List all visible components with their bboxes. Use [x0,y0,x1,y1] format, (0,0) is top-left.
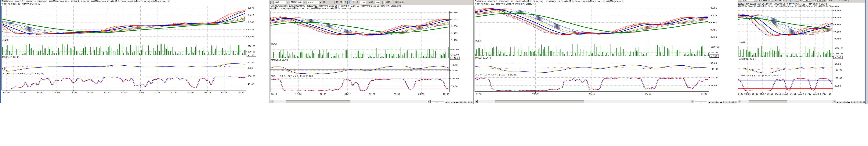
nav-button[interactable]: − [450,101,453,103]
nav-button[interactable]: ◀ [708,101,711,103]
price-axis-label: 9,670 [248,7,254,9]
apply-button[interactable]: 適用 [384,1,392,4]
spinner-icon[interactable]: ▲▼ [332,1,334,4]
x-axis-label: 01:20 [205,91,211,94]
nav-button[interactable]: L [853,101,856,103]
chevron-down-icon[interactable]: ▼ [271,1,274,4]
chevron-down-icon[interactable]: ▼ [286,1,289,4]
multi-symbol-button[interactable]: 複数銘柄 [837,0,848,2]
nav-button[interactable]: D [459,101,462,103]
nav-button[interactable]: D [850,101,853,103]
scrollbar-track[interactable] [478,100,691,103]
nav-button[interactable]: Q [731,101,734,103]
nav-button[interactable]: R [856,101,859,103]
scrollbar-track[interactable] [274,100,427,103]
chevron-down-icon[interactable]: ▼ [771,0,774,1]
nav-button[interactable]: R [728,101,731,103]
nav-button[interactable]: ◀ [836,101,839,103]
category-combo[interactable]: 先物▼ [274,1,289,4]
chevron-down-icon[interactable]: ▼ [303,1,306,4]
slider-thumb[interactable] [436,101,438,103]
chevron-down-icon[interactable]: ▼ [738,0,741,1]
chart-plot-area[interactable]: 9,6709,6259,5809,5359,490310.00120.0020.… [1,6,269,98]
slider-thumb[interactable] [700,101,701,103]
chart-canvas[interactable]: 9,7009,6259,5509,4759,400900.00350.0040.… [270,10,473,100]
bar-count-spinner[interactable]: 500▲▼ [374,1,383,4]
apply-button[interactable]: 適用 [828,0,835,2]
scroll-right-button[interactable]: ▶ [833,100,836,103]
scrollbar-thumb[interactable] [749,100,787,103]
symbol-combo[interactable]: 日経225mini▼ [290,1,306,4]
x-axis-label: 16:30 [782,93,788,95]
interval-button[interactable]: T [352,0,356,4]
nav-button[interactable]: ▶ [453,101,456,103]
nav-button[interactable]: ▶▶ [719,101,722,103]
price-axis-label: 9,625 [451,18,458,21]
nav-button[interactable]: L [462,101,465,103]
interval-button[interactable]: 分 [791,0,795,2]
scroll-right-button[interactable]: ▶ [428,100,431,103]
chart-canvas[interactable]: 9,8009,7009,6009,5009,4003600.001400.006… [738,8,865,100]
nav-button[interactable]: ▶▶ [847,101,850,103]
nav-button[interactable]: R [465,101,467,103]
chart-window-60min: ▼ 先物▼ 日経225mini▼ 足 日週月分T 分 15▲▼ 本数 500▲▼… [738,0,865,104]
scrollbar-track[interactable] [741,100,833,103]
nav-button[interactable]: Q [467,101,470,103]
minute-spinner[interactable]: 15▲▼ [803,0,811,1]
preset-combo[interactable]: ▼ [738,0,741,2]
interval-button[interactable]: 月 [786,0,791,2]
nav-button[interactable]: X [734,101,737,103]
chart-canvas[interactable]: 9,6709,6259,5809,5359,490310.00120.0020.… [1,6,269,98]
chart-canvas[interactable]: 9,7059,6359,5659,4959,4251800.00700.0045… [474,6,737,100]
chevron-down-icon[interactable]: ▼ [754,0,757,1]
chart-plot-area[interactable]: 9,8009,7009,6009,5009,4003600.001400.006… [738,8,865,100]
zoom-slider[interactable] [695,100,707,103]
chart-plot-area[interactable]: 9,7059,6359,5659,4959,4251800.00700.0045… [474,6,737,100]
nav-button[interactable]: ◀ [444,101,447,103]
nav-button[interactable]: Q [859,101,862,103]
nav-button[interactable]: X [862,101,865,103]
spinner-icon[interactable]: ▲▼ [823,0,826,1]
multi-symbol-button[interactable]: 複数銘柄 [394,1,405,4]
interval-button[interactable]: 月 [343,1,348,4]
symbol-combo[interactable]: 日経225mini▼ [758,0,774,2]
nav-button[interactable]: ▶▶ [456,101,459,103]
interval-button[interactable]: 週 [339,1,343,4]
nav-button[interactable]: + [447,101,450,103]
preset-combo[interactable]: ▼ [270,1,274,4]
nav-button[interactable]: − [714,101,717,103]
category-combo[interactable]: 先物▼ [742,0,757,2]
zoom-slider[interactable] [432,100,444,103]
chart-plot-area[interactable]: 9,7009,6259,5509,4759,400900.00350.0040.… [270,10,473,100]
interval-button[interactable]: 日 [335,1,339,4]
spinner-icon[interactable]: ▲▼ [809,0,811,1]
bar-count-spinner[interactable]: 500▲▼ [817,0,826,1]
scroll-right-button[interactable]: ▶ [691,100,694,103]
day-count-spinner[interactable]: 1▲▼ [326,1,335,4]
nav-button[interactable]: + [839,101,842,103]
interval-button[interactable]: 日 [778,0,782,2]
scrollbar-thumb[interactable] [495,100,584,103]
x-axis-label: 04/12 [345,93,351,95]
interval-button[interactable]: 分 [348,1,352,4]
volume-axis-label: 900.00 [451,48,459,51]
nav-button[interactable]: X [470,101,473,103]
scroll-left-button[interactable]: ◀ [270,100,273,103]
scroll-left-button[interactable]: ◀ [474,100,477,103]
interval-button[interactable]: T [795,0,799,2]
x-axis-label: 16:30 [752,93,758,95]
nav-button[interactable]: ▶ [717,101,719,103]
spinner-icon[interactable]: ▲▼ [366,1,368,4]
scrollbar-thumb[interactable] [286,100,350,103]
scroll-left-button[interactable]: ◀ [738,100,741,103]
chevron-down-icon[interactable]: ▼ [319,1,322,4]
nav-button[interactable]: ▶ [845,101,847,103]
nav-button[interactable]: + [711,101,714,103]
contract-combo[interactable]: 12/06▼ [307,1,322,4]
nav-button[interactable]: D [722,101,725,103]
interval-button[interactable]: 週 [782,0,786,2]
nav-button[interactable]: − [842,101,845,103]
spinner-icon[interactable]: ▲▼ [380,1,382,4]
minute-spinner[interactable]: 15▲▼ [360,1,368,4]
nav-button[interactable]: L [725,101,728,103]
